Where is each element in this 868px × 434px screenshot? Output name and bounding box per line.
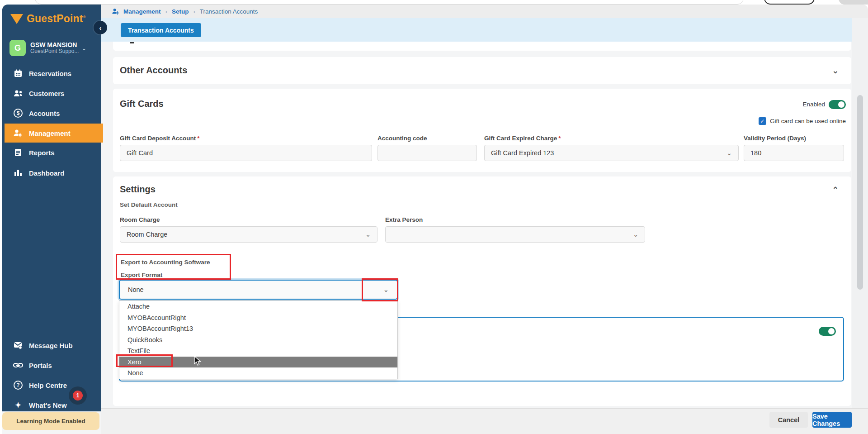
export-format-label: Export Format (121, 272, 162, 278)
sidebar-item-management[interactable]: Management (5, 124, 103, 143)
deposit-account-input[interactable]: Gift Card (120, 145, 372, 161)
sparkles-icon: ✦ (13, 401, 24, 410)
export-format-select[interactable]: None ⌄ (119, 280, 398, 300)
room-charge-label: Room Charge (120, 216, 160, 223)
sidebar-item-label: Portals (29, 362, 52, 369)
message-hub-icon (13, 342, 24, 349)
chevron-left-icon: ‹ (99, 24, 102, 32)
gift-cards-card: Gift Cards Enabled ✓ Gift card can be us… (113, 89, 851, 172)
sidebar-item-label: Accounts (29, 110, 60, 117)
export-format-dropdown: Attache MYOBAccountRight MYOBAccountRigh… (119, 300, 398, 379)
breadcrumb-management[interactable]: Management (123, 8, 161, 15)
gift-card-online-checkbox[interactable]: ✓ (759, 117, 766, 125)
link-icon (13, 362, 24, 368)
sidebar-item-label: What's New (29, 401, 67, 409)
breadcrumb-transaction-accounts: Transaction Accounts (200, 8, 258, 15)
other-accounts-card: Other Accounts ⌄ (113, 57, 851, 84)
tab-transaction-accounts[interactable]: Transaction Accounts (121, 23, 201, 37)
set-default-account-heading: Set Default Account (120, 201, 178, 208)
browser-pill-fragment (839, 0, 868, 5)
export-heading: Export to Accounting Software (121, 259, 210, 266)
sidebar-item-portals[interactable]: Portals (5, 356, 103, 375)
export-format-value: None (128, 286, 144, 293)
sidebar-item-customers[interactable]: Customers (5, 84, 103, 103)
management-breadcrumb-icon (112, 8, 120, 15)
sidebar-item-label: Management (29, 129, 71, 137)
required-asterisk: * (558, 135, 561, 142)
mouse-cursor (193, 356, 203, 368)
chevron-down-icon: ⌄ (726, 149, 732, 157)
breadcrumb-setup[interactable]: Setup (172, 8, 189, 15)
checkmark-icon: ✓ (760, 118, 764, 124)
accounting-code-label: Accounting code (377, 135, 427, 142)
chevron-down-icon: ⌄ (365, 231, 371, 238)
enabled-label: Enabled (802, 101, 825, 108)
browser-button-fragment (764, 0, 815, 5)
cancel-button[interactable]: Cancel (769, 412, 808, 428)
sidebar: GuestPoint® G GSW MANSION GuestPoint Sup… (2, 5, 101, 411)
screen: GuestPoint® G GSW MANSION GuestPoint Sup… (0, 0, 868, 434)
settings-title: Settings (120, 184, 156, 195)
chevron-up-icon[interactable]: ⌃ (832, 185, 839, 195)
expired-charge-select[interactable]: Gift Card Expired 123⌄ (484, 145, 739, 161)
guestpoint-logo-text: GuestPoint® (27, 13, 86, 25)
sidebar-collapse-button[interactable]: ‹ (94, 21, 107, 34)
dollar-circle-icon: $ (13, 109, 24, 118)
chevron-right-icon: › (193, 8, 195, 15)
room-charge-value: Room Charge (127, 231, 167, 238)
chevron-down-icon: ⌄ (81, 45, 86, 52)
scrollbar-thumb[interactable] (857, 95, 863, 290)
gift-cards-enabled-toggle[interactable] (829, 100, 846, 109)
required-asterisk: * (197, 135, 199, 142)
toggle-knob (838, 101, 844, 108)
sidebar-item-label: Reports (29, 149, 55, 157)
guestpoint-logo[interactable]: GuestPoint® (10, 13, 86, 25)
save-changes-button[interactable]: Save Changes (812, 412, 852, 428)
sidebar-item-label: Customers (29, 90, 64, 97)
sidebar-item-label: Reservations (29, 70, 71, 77)
chevron-down-icon: ⌄ (383, 286, 389, 294)
extra-person-select[interactable]: ⌄ (385, 226, 645, 243)
calendar-icon (13, 69, 24, 78)
sidebar-item-accounts[interactable]: $ Accounts (5, 104, 103, 123)
validity-period-input[interactable]: 180 (744, 145, 844, 161)
sidebar-item-reservations[interactable]: Reservations (5, 64, 103, 83)
breadcrumb: Management › Setup › Transaction Account… (101, 5, 868, 18)
guestpoint-logo-icon (10, 14, 23, 24)
document-icon (13, 148, 24, 157)
property-avatar: G (9, 40, 26, 56)
room-charge-select[interactable]: Room Charge⌄ (120, 226, 377, 243)
deposit-account-value: Gift Card (127, 149, 153, 157)
accounting-code-input[interactable] (377, 145, 477, 161)
sidebar-item-whats-new[interactable]: ✦ What's New 1 (5, 396, 103, 415)
deposit-account-label: Gift Card Deposit Account* (120, 135, 200, 142)
property-name: GSW MANSION (30, 41, 79, 48)
sidebar-item-message-hub[interactable]: Message Hub (5, 336, 103, 355)
gift-cards-title: Gift Cards (120, 99, 164, 109)
expired-charge-value: Gift Card Expired 123 (491, 149, 554, 157)
learning-mode-banner: Learning Mode Enabled (2, 412, 99, 430)
sidebar-item-reports[interactable]: Reports (5, 143, 103, 162)
online-checkbox-label: Gift card can be used online (770, 118, 846, 124)
sidebar-item-label: Help Centre (29, 382, 67, 389)
online-checkbox-row: ✓ Gift card can be used online (759, 117, 846, 125)
export-panel-toggle[interactable] (819, 327, 836, 336)
option-quickbooks[interactable]: QuickBooks (119, 334, 397, 346)
question-circle-icon: ? (13, 381, 24, 390)
option-xero[interactable]: Xero (119, 357, 397, 368)
people-icon (13, 89, 24, 97)
option-attache[interactable]: Attache (119, 301, 397, 312)
extra-person-label: Extra Person (385, 216, 423, 223)
option-textfile[interactable]: TextFile (119, 345, 397, 357)
sidebar-item-help-centre[interactable]: ? Help Centre (5, 376, 103, 395)
bar-chart-icon (13, 169, 24, 176)
sidebar-item-label: Message Hub (29, 342, 73, 349)
property-selector[interactable]: G GSW MANSION GuestPoint Suppo... ⌄ (9, 40, 95, 56)
chevron-down-icon[interactable]: ⌄ (832, 66, 839, 76)
validity-period-label: Validity Period (Days) (744, 135, 806, 142)
sidebar-item-dashboard[interactable]: Dashboard (5, 163, 103, 182)
toggle-knob (828, 328, 835, 334)
option-none[interactable]: None (119, 367, 397, 379)
option-myobaccountright[interactable]: MYOBAccountRight (119, 312, 397, 324)
option-myobaccountright13[interactable]: MYOBAccountRight13 (119, 323, 397, 334)
